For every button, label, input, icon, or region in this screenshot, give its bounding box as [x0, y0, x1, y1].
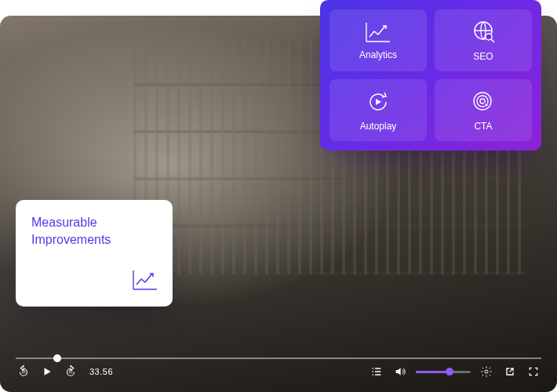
feature-grid: Analytics SEO Autoplay CTA [320, 0, 541, 151]
seo-globe-icon [471, 20, 496, 45]
svg-point-4 [486, 34, 492, 40]
share-button[interactable] [502, 364, 518, 379]
volume-slider[interactable] [416, 371, 471, 373]
forward-icon: 10 [64, 365, 78, 379]
fullscreen-icon [527, 365, 540, 378]
settings-button[interactable] [479, 364, 494, 379]
feature-tile-cta[interactable]: CTA [435, 79, 532, 141]
forward-10-button[interactable]: 10 [63, 364, 78, 379]
feature-label: CTA [474, 121, 492, 132]
gear-icon [480, 365, 493, 378]
play-icon [42, 366, 53, 377]
share-icon [504, 365, 516, 378]
volume-icon [394, 365, 406, 378]
rewind-icon: 10 [16, 365, 31, 379]
volume-button[interactable] [392, 364, 408, 379]
list-icon [370, 365, 383, 378]
svg-point-2 [485, 370, 488, 373]
analytics-icon [365, 21, 391, 43]
play-button[interactable] [39, 364, 55, 379]
feature-tile-seo[interactable]: SEO [435, 9, 532, 71]
chapters-button[interactable] [369, 364, 384, 379]
card-title-line2: Improvements [31, 231, 157, 249]
growth-icon [132, 269, 158, 296]
cta-target-icon [471, 89, 496, 114]
autoplay-icon [366, 89, 391, 114]
svg-text:10: 10 [68, 370, 73, 374]
insight-card: Measurable Improvements [16, 200, 173, 307]
progress-bar[interactable] [16, 358, 541, 359]
time-display: 33.56 [89, 367, 113, 376]
feature-label: SEO [473, 51, 493, 62]
card-title-line1: Measurable [31, 214, 157, 231]
feature-tile-autoplay[interactable]: Autoplay [329, 79, 427, 141]
player-controls: 10 10 33.56 [0, 351, 557, 392]
fullscreen-button[interactable] [526, 364, 541, 379]
rewind-10-button[interactable]: 10 [16, 364, 31, 379]
feature-tile-analytics[interactable]: Analytics [329, 9, 427, 71]
feature-label: Analytics [359, 49, 397, 60]
svg-text:10: 10 [21, 370, 26, 374]
feature-label: Autoplay [360, 121, 397, 132]
